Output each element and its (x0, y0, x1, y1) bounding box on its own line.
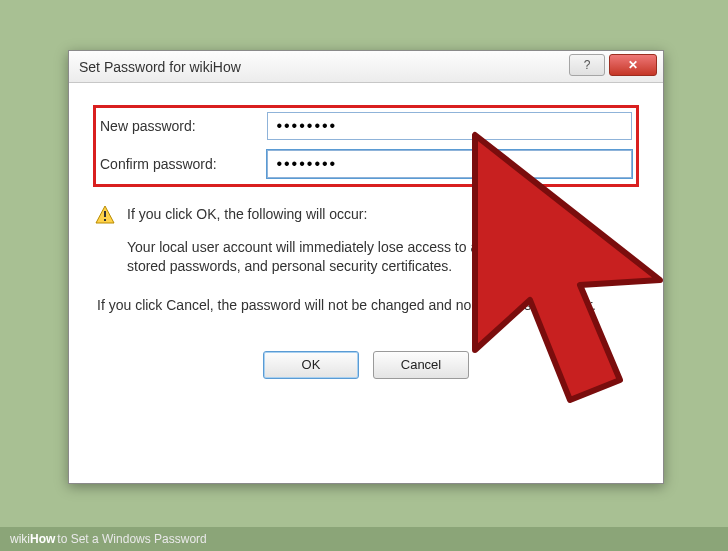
svg-rect-1 (104, 211, 106, 217)
close-icon: ✕ (628, 58, 638, 72)
brand-wiki: wiki (10, 532, 30, 546)
ok-button[interactable]: OK (263, 351, 359, 379)
confirm-password-row: Confirm password: (100, 150, 632, 178)
cancel-button[interactable]: Cancel (373, 351, 469, 379)
cancel-info-text: If you click Cancel, the password will n… (97, 296, 639, 315)
wikihow-footer: wikiHow to Set a Windows Password (0, 527, 728, 551)
warning-lead-text: If you click OK, the following will occu… (127, 205, 367, 224)
warning-row: If you click OK, the following will occu… (95, 205, 639, 228)
article-title: to Set a Windows Password (57, 532, 206, 546)
warning-icon (95, 205, 115, 228)
warning-body-text: Your local user account will immediately… (127, 238, 639, 276)
dialog-title: Set Password for wikiHow (79, 59, 241, 75)
new-password-input[interactable] (267, 112, 632, 140)
dialog-button-row: OK Cancel (93, 351, 639, 379)
new-password-row: New password: (100, 112, 632, 140)
confirm-password-input[interactable] (267, 150, 632, 178)
help-icon: ? (584, 58, 591, 72)
svg-rect-2 (104, 219, 106, 221)
new-password-label: New password: (100, 118, 267, 134)
dialog-content: New password: Confirm password: If you c… (69, 83, 663, 397)
set-password-dialog: Set Password for wikiHow ? ✕ New passwor… (68, 50, 664, 484)
titlebar-buttons: ? ✕ (565, 54, 657, 76)
help-button[interactable]: ? (569, 54, 605, 76)
close-button[interactable]: ✕ (609, 54, 657, 76)
confirm-password-label: Confirm password: (100, 156, 267, 172)
brand-how: How (30, 532, 55, 546)
titlebar[interactable]: Set Password for wikiHow ? ✕ (69, 51, 663, 83)
password-fields-highlight: New password: Confirm password: (93, 105, 639, 187)
